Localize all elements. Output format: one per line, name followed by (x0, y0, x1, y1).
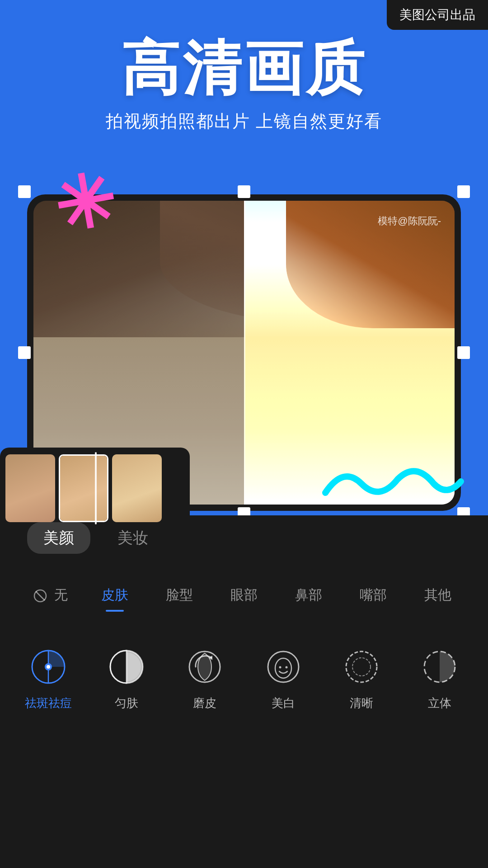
handle-top-right[interactable] (457, 185, 470, 198)
skinsmooth-label: 磨皮 (193, 695, 216, 711)
category-row: 无 皮肤 脸型 眼部 鼻部 嘴部 其他 (0, 579, 488, 612)
thumbnail-slider[interactable] (95, 452, 97, 524)
cat-eyes[interactable]: 眼部 (212, 579, 277, 612)
hero-title: 高清画质 (0, 36, 488, 101)
whiten-label: 美白 (272, 695, 295, 711)
handle-top-mid[interactable] (238, 185, 250, 198)
thumbnail-strip (0, 448, 190, 529)
brand-badge: 美图公司出品 (387, 0, 488, 30)
tab-beauty[interactable]: 美颜 (27, 522, 90, 554)
smooth-label: 匀肤 (115, 695, 138, 711)
clear-icon (341, 646, 382, 687)
thumbnail-3[interactable] (112, 454, 162, 522)
whiten-icon (263, 646, 304, 687)
tab-makeup[interactable]: 美妆 (117, 522, 148, 554)
tool-clear[interactable]: 清晰 (322, 646, 400, 711)
split-line (244, 201, 245, 505)
handle-top-left[interactable] (18, 185, 31, 198)
svg-point-11 (279, 666, 281, 669)
clear-label: 清晰 (350, 695, 373, 711)
cat-mouth[interactable]: 嘴部 (341, 579, 405, 612)
tool-spot[interactable]: 祛斑祛痘 (9, 646, 87, 711)
cat-skin[interactable]: 皮肤 (83, 579, 147, 612)
cat-face[interactable]: 脸型 (147, 579, 212, 612)
tool-skinsmooth[interactable]: 磨皮 (166, 646, 244, 711)
watermark-text: 模特@陈阮阮- (378, 214, 441, 228)
tool-whiten[interactable]: 美白 (244, 646, 322, 711)
squiggle-decoration (321, 457, 465, 513)
tool-立体[interactable]: 立体 (401, 646, 479, 711)
no-icon (33, 587, 54, 602)
svg-point-14 (352, 658, 371, 676)
svg-point-5 (47, 665, 50, 669)
asterisk-decoration: ✳ (48, 163, 121, 245)
tools-row: 祛斑祛痘 匀肤 磨皮 (0, 637, 488, 711)
svg-line-1 (36, 591, 45, 600)
tool-smooth[interactable]: 匀肤 (87, 646, 165, 711)
cat-nose[interactable]: 鼻部 (276, 579, 341, 612)
hero-section: 高清画质 拍视频拍照都出片 上镜自然更好看 (0, 36, 488, 133)
tab-row: 美颜 美妆 (0, 522, 488, 554)
thumbnail-2[interactable] (59, 454, 108, 522)
svg-point-10 (275, 658, 291, 678)
cat-other[interactable]: 其他 (405, 579, 470, 612)
handle-mid-right[interactable] (457, 346, 470, 359)
smooth-icon (106, 646, 147, 687)
spot-icon (28, 646, 69, 687)
hero-subtitle: 拍视频拍照都出片 上镜自然更好看 (0, 110, 488, 133)
skinsmooth-icon (184, 646, 225, 687)
spot-label: 祛斑祛痘 (25, 695, 72, 711)
thumbnail-1[interactable] (5, 454, 55, 522)
cat-none[interactable]: 无 (18, 579, 83, 612)
svg-point-12 (285, 666, 287, 669)
svg-point-13 (346, 651, 377, 682)
handle-mid-left[interactable] (18, 346, 31, 359)
立体-label: 立体 (428, 695, 451, 711)
立体-icon (419, 646, 460, 687)
